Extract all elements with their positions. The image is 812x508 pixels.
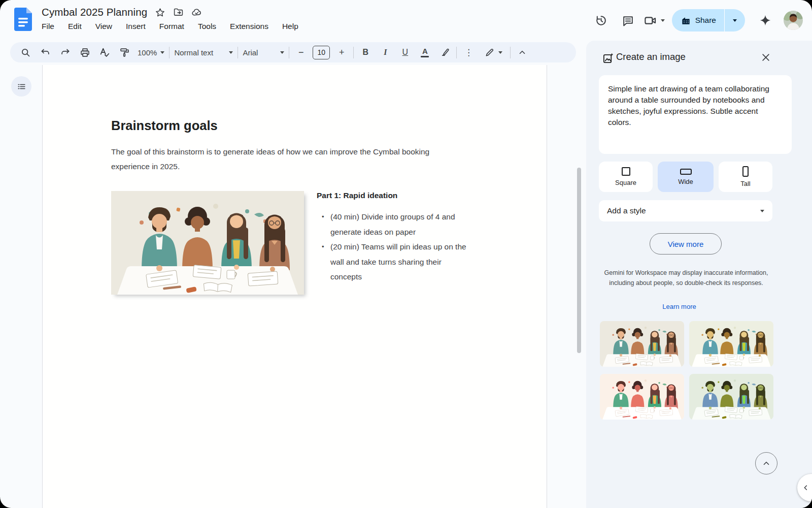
- toolbar-separator: [456, 47, 457, 58]
- show-outline-button[interactable]: [11, 76, 31, 97]
- move-to-folder-icon[interactable]: [173, 7, 184, 18]
- account-avatar[interactable]: [784, 11, 803, 30]
- text-color-swatch: [421, 56, 429, 58]
- highlight-color-icon[interactable]: [437, 45, 452, 59]
- document-title[interactable]: Cymbal 2025 Planning: [42, 6, 147, 18]
- italic-button[interactable]: I: [378, 45, 392, 59]
- font-caret-icon: [280, 51, 284, 54]
- hide-menus-icon[interactable]: [515, 45, 529, 59]
- style-dropdown-caret-icon: [760, 210, 764, 212]
- toolbar-separator: [169, 47, 170, 58]
- add-style-dropdown[interactable]: Add a style: [599, 200, 772, 221]
- increase-font-size-button[interactable]: +: [334, 45, 349, 59]
- toolbar-separator: [353, 47, 354, 58]
- toolbar-separator: [238, 47, 238, 58]
- undo-icon[interactable]: [38, 45, 52, 59]
- more-options-button[interactable]: ⋮: [461, 45, 476, 59]
- aspect-tall-option[interactable]: Tall: [719, 162, 772, 192]
- redo-icon[interactable]: [58, 45, 72, 59]
- generated-image-thumbnail[interactable]: [600, 321, 684, 367]
- print-icon[interactable]: [78, 45, 92, 59]
- aspect-square-option[interactable]: Square: [599, 162, 653, 192]
- toolbar-separator: [289, 47, 289, 58]
- view-more-button[interactable]: View more: [650, 233, 722, 255]
- document-scrollbar[interactable]: [577, 168, 581, 353]
- font-size-input[interactable]: 10: [313, 46, 330, 59]
- menu-help[interactable]: Help: [282, 22, 298, 31]
- editing-mode-select[interactable]: [481, 45, 505, 59]
- share-button[interactable]: Share: [672, 9, 724, 31]
- menu-view[interactable]: View: [95, 22, 112, 31]
- tall-shape-icon: [742, 166, 749, 177]
- menu-file[interactable]: File: [42, 22, 54, 31]
- generated-images-grid: [600, 321, 773, 420]
- scroll-to-top-button[interactable]: [755, 452, 777, 474]
- panel-header: Create an image: [586, 41, 812, 73]
- generated-image-thumbnail[interactable]: [689, 321, 773, 367]
- paragraph-style-select[interactable]: Normal text: [174, 48, 233, 57]
- zoom-select[interactable]: 100%: [138, 48, 164, 57]
- header: Cymbal 2025 Planning File Edit View Inse…: [0, 0, 812, 41]
- image-prompt-input[interactable]: Simple line art drawing of a team collab…: [599, 75, 792, 154]
- create-image-panel: Create an image Simple line art drawing …: [586, 41, 812, 508]
- doc-heading[interactable]: Brainstorm goals: [111, 118, 218, 133]
- aspect-ratio-group: Square Wide Tall: [599, 162, 772, 192]
- zoom-caret-icon: [160, 51, 164, 54]
- gemini-disclaimer: Gemini for Workspace may display inaccur…: [603, 268, 769, 288]
- join-call-button[interactable]: [644, 14, 665, 27]
- font-family-select[interactable]: Arial: [243, 48, 284, 57]
- call-options-caret-icon[interactable]: [661, 19, 665, 22]
- gemini-sparkle-icon[interactable]: [754, 9, 776, 31]
- aspect-wide-option[interactable]: Wide: [658, 162, 714, 192]
- doc-bullet-item[interactable]: (20 min) Teams will pin ideas up on the …: [321, 239, 473, 284]
- share-button-group: Share: [672, 9, 745, 31]
- menu-tools[interactable]: Tools: [198, 22, 216, 31]
- toolbar: 100% Normal text Arial − 10 + B I U A ⋮: [10, 42, 576, 62]
- close-panel-icon[interactable]: [759, 51, 772, 64]
- generated-image-thumbnail[interactable]: [600, 374, 684, 420]
- menu-format[interactable]: Format: [159, 22, 184, 31]
- search-menus-icon[interactable]: [18, 45, 32, 59]
- version-history-icon[interactable]: [590, 9, 613, 31]
- domain-icon: [681, 16, 691, 25]
- pen-icon: [485, 47, 495, 57]
- paint-format-icon[interactable]: [117, 45, 131, 59]
- panel-title: Create an image: [616, 51, 686, 62]
- bold-button[interactable]: B: [358, 45, 373, 59]
- doc-intro-paragraph[interactable]: The goal of this brainstorm is to genera…: [111, 144, 449, 174]
- star-icon[interactable]: [155, 7, 165, 18]
- mode-caret-icon: [498, 51, 502, 54]
- underline-button[interactable]: U: [398, 45, 412, 59]
- create-image-icon: [602, 52, 614, 64]
- share-options-caret[interactable]: [725, 9, 745, 31]
- menu-edit[interactable]: Edit: [68, 22, 82, 31]
- wide-shape-icon: [680, 169, 692, 175]
- google-docs-logo-icon[interactable]: [14, 8, 32, 31]
- menubar: File Edit View Insert Format Tools Exten…: [42, 22, 298, 31]
- prompt-text: Simple line art drawing of a team collab…: [608, 83, 783, 128]
- doc-bullet-list: (40 min) Divide into groups of 4 and gen…: [321, 209, 473, 284]
- menu-extensions[interactable]: Extensions: [230, 22, 268, 31]
- doc-bullet-item[interactable]: (40 min) Divide into groups of 4 and gen…: [321, 209, 473, 239]
- comments-icon[interactable]: [617, 9, 639, 31]
- style-caret-icon: [229, 51, 233, 54]
- spelling-check-icon[interactable]: [97, 45, 112, 59]
- toolbar-separator: [510, 47, 511, 58]
- app-window: Cymbal 2025 Planning File Edit View Inse…: [0, 0, 812, 508]
- doc-section-title[interactable]: Part 1: Rapid ideation: [317, 191, 397, 200]
- decrease-font-size-button[interactable]: −: [294, 45, 308, 59]
- document-page[interactable]: Brainstorm goals The goal of this brains…: [42, 65, 547, 508]
- text-color-button[interactable]: A: [418, 45, 432, 59]
- square-shape-icon: [622, 167, 630, 176]
- doc-inline-image[interactable]: [111, 191, 304, 295]
- generated-image-thumbnail[interactable]: [689, 374, 773, 420]
- learn-more-link[interactable]: Learn more: [586, 303, 772, 310]
- cloud-saved-icon[interactable]: [191, 7, 202, 18]
- menu-insert[interactable]: Insert: [126, 22, 146, 31]
